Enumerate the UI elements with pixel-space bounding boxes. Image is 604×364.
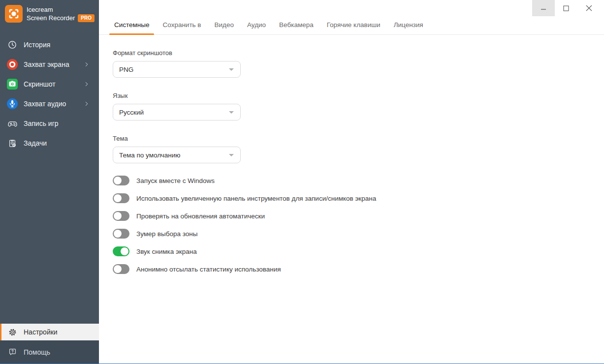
tab[interactable]: Лицензия — [392, 21, 425, 34]
toggle-row: Анонимно отсылать статистику использован… — [113, 264, 604, 274]
sidebar-item-label: Помощь — [24, 348, 50, 356]
clock-icon — [7, 39, 18, 50]
toggle-label: Использовать увеличенную панель инструме… — [136, 195, 376, 202]
sidebar-item-settings[interactable]: Настройки — [0, 324, 99, 340]
pro-badge: PRO — [78, 14, 95, 22]
maximize-icon — [563, 5, 570, 12]
tab-label: Системные — [114, 21, 150, 29]
app-window: Icecream Screen Recorder PRO История Зах… — [0, 0, 604, 364]
toggle-switch[interactable] — [113, 246, 129, 256]
field-label: Тема — [113, 135, 604, 142]
toggle-switch[interactable] — [113, 264, 129, 274]
toggle-row: Проверять на обновления автоматически — [113, 211, 604, 221]
field-label: Формат скриншотов — [113, 49, 604, 57]
dropdown-fields: Формат скриншотов PNG Язык Русский Тема — [113, 49, 604, 163]
toggle-label: Проверять на обновления автоматически — [136, 212, 265, 220]
tab-label: Лицензия — [394, 21, 423, 29]
dropdown-arrow-icon — [229, 111, 234, 114]
sidebar-item-help[interactable]: Помощь — [0, 340, 99, 364]
tab[interactable]: Вебкамера — [278, 21, 315, 34]
sidebar-item-label: История — [24, 41, 50, 49]
microphone-icon — [7, 98, 18, 109]
tab[interactable]: Горячие клавиши — [325, 21, 382, 34]
sidebar-item[interactable]: Задачи — [0, 133, 99, 153]
tab-label: Сохранить в — [163, 21, 201, 29]
toggle-row: Зумер выбора зоны — [113, 229, 604, 239]
app-title-line1: Icecream — [27, 5, 95, 14]
tab-label: Вебкамера — [279, 21, 314, 29]
sidebar-item[interactable]: Захват экрана — [0, 55, 99, 74]
tabbar: Системные Сохранить в Видео Аудио Вебкам… — [99, 17, 604, 35]
chevron-right-icon — [84, 81, 90, 87]
dropdown-value: Тема по умолчанию — [119, 152, 180, 159]
dropdown-arrow-icon — [229, 68, 234, 71]
app-title: Icecream Screen Recorder PRO — [27, 5, 95, 22]
tab[interactable]: Сохранить в — [161, 21, 203, 34]
minimize-icon — [540, 5, 547, 12]
toggle-switch[interactable] — [113, 229, 129, 239]
sidebar-item[interactable]: Запись игр — [0, 114, 99, 133]
main-content: Системные Сохранить в Видео Аудио Вебкам… — [99, 0, 604, 364]
toggle-switch[interactable] — [113, 176, 129, 185]
setting-field: Язык Русский — [113, 92, 604, 121]
tab[interactable]: Видео — [213, 21, 235, 34]
gamepad-icon — [7, 118, 18, 129]
sidebar-item[interactable]: История — [0, 35, 99, 55]
help-icon — [7, 347, 18, 358]
tab-label: Аудио — [247, 21, 266, 29]
sidebar-item-label: Запись игр — [24, 120, 59, 127]
close-icon — [585, 5, 592, 12]
window-control-button[interactable] — [532, 0, 555, 16]
gear-icon — [7, 327, 18, 337]
toggle-row: Запуск вместе с Windows — [113, 176, 604, 185]
toggle-list: Запуск вместе с Windows Использовать уве… — [113, 176, 604, 274]
settings-panel: Формат скриншотов PNG Язык Русский Тема — [99, 35, 604, 282]
sidebar-item[interactable]: Скриншот — [0, 74, 99, 94]
toggle-row: Звук снимка экрана — [113, 246, 604, 256]
setting-field: Тема Тема по умолчанию — [113, 135, 604, 163]
window-control-button[interactable] — [555, 0, 577, 16]
titlebar — [99, 0, 604, 17]
sidebar-item-label: Скриншот — [24, 80, 56, 88]
toggle-label: Зумер выбора зоны — [136, 230, 197, 238]
tab-label: Горячие клавиши — [327, 21, 381, 29]
toggle-switch[interactable] — [113, 193, 129, 203]
toggle-label: Запуск вместе с Windows — [136, 177, 215, 184]
window-control-button[interactable] — [577, 0, 600, 16]
dropdown-arrow-icon — [229, 154, 234, 156]
brand: Icecream Screen Recorder PRO — [0, 0, 99, 28]
tab-label: Видео — [215, 21, 234, 29]
sidebar-item-label: Настройки — [24, 328, 58, 336]
camera-icon — [7, 79, 18, 90]
sidebar-item[interactable]: Захват аудио — [0, 94, 99, 114]
chevron-right-icon — [84, 61, 90, 67]
chevron-right-icon — [84, 101, 90, 107]
sidebar-item-label: Захват аудио — [24, 100, 66, 108]
dropdown[interactable]: Тема по умолчанию — [113, 147, 241, 163]
dropdown[interactable]: PNG — [113, 61, 241, 78]
toggle-label: Звук снимка экрана — [136, 248, 197, 255]
toggle-switch[interactable] — [113, 211, 129, 221]
toggle-label: Анонимно отсылать статистику использован… — [136, 266, 281, 273]
dropdown[interactable]: Русский — [113, 104, 241, 121]
sidebar-nav: История Захват экрана Скриншот — [0, 28, 99, 153]
field-label: Язык — [113, 92, 604, 99]
capture-frame-icon — [5, 5, 23, 23]
sidebar-bottom: Настройки Помощь — [0, 324, 99, 364]
toggle-row: Использовать увеличенную панель инструме… — [113, 193, 604, 203]
sidebar-item-label: Задачи — [24, 139, 47, 147]
sidebar: Icecream Screen Recorder PRO История Зах… — [0, 0, 99, 364]
tab[interactable]: Аудио — [246, 21, 267, 34]
tab[interactable]: Системные — [113, 21, 151, 34]
app-title-line2: Screen Recorder — [27, 14, 75, 22]
setting-field: Формат скриншотов PNG — [113, 49, 604, 78]
dropdown-value: Русский — [119, 109, 144, 116]
dropdown-value: PNG — [119, 66, 133, 73]
tasks-icon — [7, 138, 18, 149]
record-icon — [7, 59, 18, 70]
sidebar-item-label: Захват экрана — [24, 61, 69, 68]
